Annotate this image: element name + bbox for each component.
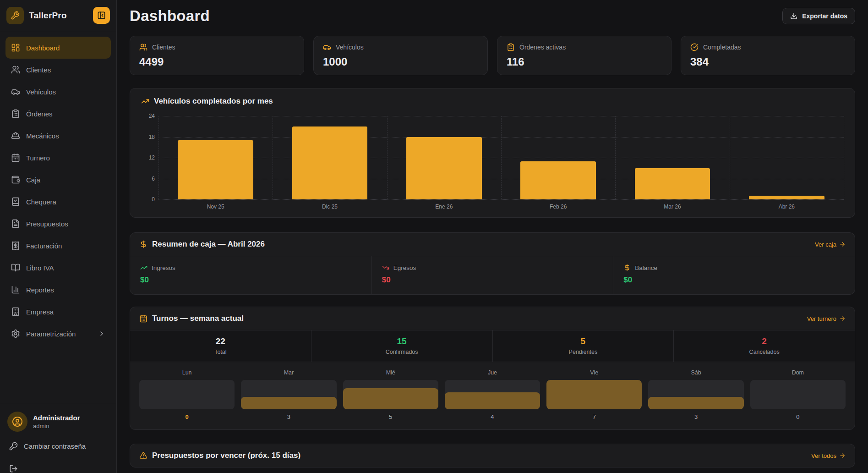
sidebar-item-mecanicos[interactable]: Mecánicos (5, 125, 111, 147)
bar-feb-26 (520, 161, 596, 199)
y-tick-label: 6 (152, 176, 155, 182)
sidebar-item-parametrizacion[interactable]: Parametrización (5, 323, 111, 345)
sidebar-item-caja[interactable]: Caja (5, 169, 111, 191)
circle-check-icon (690, 43, 699, 51)
chart-title: Vehículos completados por mes (154, 97, 273, 106)
caja-header: Resumen de caja — Abril 2026 Ver caja (130, 233, 855, 256)
chart-band-dic-25 (273, 116, 387, 199)
caja-label-text: Ingresos (152, 264, 175, 271)
logout-button[interactable] (7, 462, 109, 473)
sidebar: TallerPro DashboardClientesVehículosÓrde… (0, 0, 117, 473)
trending-down-icon (382, 264, 389, 271)
chart-band-nov-25 (158, 116, 273, 199)
bar-nov-25 (178, 140, 253, 199)
calendar-days-icon (11, 153, 20, 162)
stat-card-header: Clientes (139, 43, 295, 51)
bar-abr-26 (749, 196, 824, 199)
sidebar-nav: DashboardClientesVehículosÓrdenesMecánic… (0, 31, 116, 404)
turnos-header: Turnos — semana actual Ver turnero (130, 307, 855, 330)
ver-caja-link[interactable]: Ver caja (815, 241, 846, 248)
stat-label: Vehículos (336, 44, 364, 51)
bar-ene-26 (406, 137, 482, 200)
week-chart: Lun0Mar3Mié5Jue4Vie7Sáb3Dom0 (130, 362, 855, 429)
x-tick-label: Dic 25 (273, 204, 387, 210)
chart-bars (158, 116, 844, 199)
week-day-label: Jue (445, 369, 540, 376)
caja-label-text: Egresos (393, 264, 416, 271)
chart-band-abr-26 (730, 116, 844, 199)
turnos-stat-confirmados: 15Confirmados (311, 330, 492, 362)
export-button[interactable]: Exportar datos (782, 8, 855, 24)
hard-hat-icon (11, 131, 20, 140)
sidebar-item-reportes[interactable]: Reportes (5, 279, 111, 301)
caja-cell-label: Balance (623, 264, 845, 271)
turnos-stats-row: 22Total15Confirmados5Pendientes2Cancelad… (130, 330, 855, 362)
chart-title-row: Vehículos completados por mes (141, 97, 844, 106)
week-day-count: 4 (445, 413, 540, 420)
caja-cell-label: Egresos (382, 264, 603, 271)
users-icon (11, 65, 20, 74)
dollar-sign-icon (623, 264, 631, 271)
calendar-icon (139, 314, 147, 323)
chevron-right-icon (98, 330, 105, 337)
y-tick-label: 24 (149, 113, 155, 119)
week-day-mar: Mar3 (241, 369, 336, 420)
car-icon (11, 87, 20, 96)
key-icon (9, 442, 18, 451)
export-button-label: Exportar datos (802, 12, 847, 20)
chart-band-feb-26 (501, 116, 615, 199)
user-name: Administrador (33, 414, 80, 422)
sidebar-item-ordenes[interactable]: Órdenes (5, 103, 111, 125)
week-day-vie: Vie7 (546, 369, 642, 420)
sidebar-item-facturacion[interactable]: Facturación (5, 235, 111, 257)
sidebar-item-label: Chequera (26, 198, 56, 206)
week-day-count: 3 (241, 413, 336, 420)
week-day-count: 0 (139, 413, 235, 420)
ver-todos-link[interactable]: Ver todos (811, 452, 846, 459)
x-tick-label: Ene 26 (387, 204, 501, 210)
sidebar-item-label: Mecánicos (26, 132, 59, 140)
week-day-fill (648, 397, 743, 409)
car-icon (323, 43, 331, 51)
sidebar-item-presupuestos[interactable]: Presupuestos (5, 213, 111, 235)
week-day-label: Lun (139, 369, 235, 376)
gridline-horizontal (158, 199, 844, 200)
stat-card-vehiculos: Vehículos1000 (313, 36, 488, 75)
presupuestos-title: Presupuestos por vencer (próx. 15 días) (152, 451, 300, 460)
caja-cell-egresos: Egresos$0 (371, 256, 613, 294)
sidebar-footer: Administrador admin Cambiar contraseña (0, 404, 116, 473)
y-tick-label: 0 (152, 196, 155, 203)
week-day-fill (343, 388, 438, 409)
week-day-lun: Lun0 (139, 369, 235, 420)
file-text-icon (11, 219, 20, 228)
sidebar-item-vehiculos[interactable]: Vehículos (5, 81, 111, 103)
week-day-dom: Dom0 (750, 369, 846, 420)
sidebar-item-turnero[interactable]: Turnero (5, 147, 111, 169)
week-day-track (343, 380, 438, 409)
week-day-track (445, 380, 540, 409)
page-header: Dashboard Exportar datos (130, 7, 855, 25)
sidebar-collapse-button[interactable] (93, 7, 110, 24)
week-day-label: Mar (241, 369, 336, 376)
sidebar-item-chequera[interactable]: Chequera (5, 191, 111, 213)
sidebar-item-libro-iva[interactable]: Libro IVA (5, 257, 111, 279)
wrench-icon (11, 11, 20, 20)
sidebar-item-label: Facturación (26, 242, 62, 250)
ver-turnero-link[interactable]: Ver turnero (807, 315, 846, 322)
user-profile[interactable]: Administrador admin (7, 412, 109, 432)
trending-up-icon (141, 97, 149, 105)
week-day-count: 7 (546, 413, 642, 420)
caja-cell-label: Ingresos (140, 264, 361, 271)
x-tick-label: Nov 25 (158, 204, 273, 210)
stat-label: Completadas (703, 44, 741, 51)
sidebar-item-clientes[interactable]: Clientes (5, 59, 111, 81)
download-icon (790, 12, 797, 20)
page-title: Dashboard (130, 7, 210, 25)
sidebar-item-empresa[interactable]: Empresa (5, 301, 111, 323)
sidebar-item-dashboard[interactable]: Dashboard (5, 37, 111, 59)
change-password-button[interactable]: Cambiar contraseña (7, 439, 109, 453)
caja-cell-ingresos: Ingresos$0 (130, 256, 371, 294)
stat-card-clientes: Clientes4499 (130, 36, 304, 75)
turnos-stat-label: Confirmados (311, 349, 492, 355)
stat-card-header: Completadas (690, 43, 846, 51)
